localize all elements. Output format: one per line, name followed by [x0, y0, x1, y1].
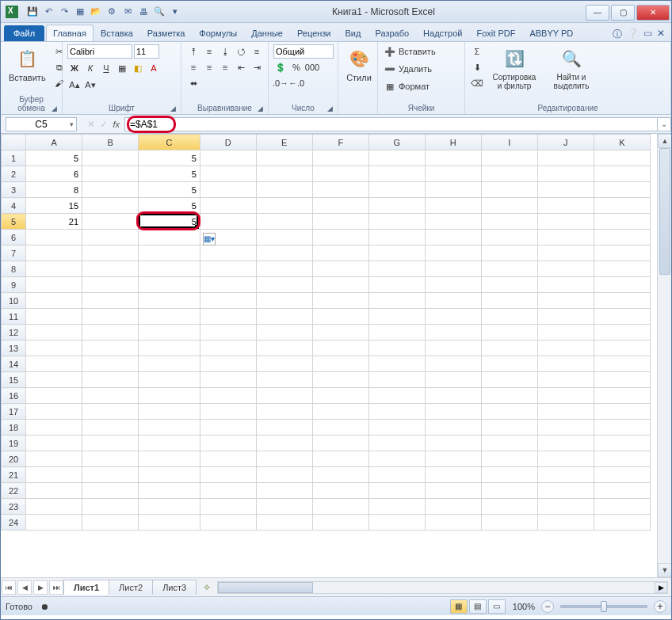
cell-J1[interactable] — [537, 150, 594, 166]
zoom-in-button[interactable]: + — [654, 600, 666, 613]
cell-E17[interactable] — [256, 404, 312, 420]
cell-I9[interactable] — [481, 277, 537, 293]
cell-F7[interactable] — [312, 245, 368, 261]
help-icon[interactable]: ❔ — [627, 28, 639, 41]
formula-input[interactable]: =$A$1 — [124, 117, 657, 131]
row-header-5[interactable]: 5 — [2, 214, 26, 230]
autosum-icon[interactable]: Σ — [470, 44, 484, 59]
align-left-icon[interactable]: ≡ — [186, 60, 200, 74]
row-header-17[interactable]: 17 — [2, 404, 26, 420]
cell-C2[interactable]: 5 — [139, 166, 200, 182]
cell-E7[interactable] — [256, 245, 312, 261]
cell-K8[interactable] — [594, 261, 650, 277]
col-header-F[interactable]: F — [312, 135, 368, 150]
scroll-up-icon[interactable]: ▲ — [658, 134, 671, 148]
cell-E2[interactable] — [256, 166, 312, 182]
cell-F5[interactable] — [312, 214, 368, 230]
spreadsheet-grid[interactable]: ABCDEFGHIJK15526538541555215678910111213… — [1, 134, 671, 577]
cell-B22[interactable] — [82, 483, 139, 499]
bold-button[interactable]: Ж — [67, 61, 82, 75]
cell-I6[interactable] — [481, 230, 537, 245]
row-header-13[interactable]: 13 — [2, 340, 26, 356]
cell-G3[interactable] — [368, 182, 425, 198]
qat-redo-icon[interactable]: ↷ — [58, 6, 71, 18]
align-bottom-icon[interactable]: ⭳ — [218, 44, 232, 59]
cell-C12[interactable] — [139, 325, 200, 340]
tab-данные[interactable]: Данные — [244, 25, 290, 41]
col-header-G[interactable]: G — [368, 135, 425, 150]
cell-K22[interactable] — [594, 483, 650, 499]
cell-A24[interactable] — [26, 515, 82, 531]
qat-print-icon[interactable]: 🖶 — [137, 6, 150, 18]
align-center-icon[interactable]: ≡ — [202, 60, 216, 74]
align-top-icon[interactable]: ⭱ — [186, 44, 200, 59]
cell-I5[interactable] — [481, 214, 537, 230]
sheet-nav-last-icon[interactable]: ⏭ — [49, 580, 63, 595]
row-header-10[interactable]: 10 — [2, 293, 26, 309]
cell-D20[interactable] — [200, 451, 256, 467]
cell-A19[interactable] — [26, 436, 82, 451]
cell-D8[interactable] — [200, 261, 256, 277]
font-color-button[interactable]: A — [147, 61, 161, 75]
decrease-decimal-icon[interactable]: ←.0 — [289, 76, 304, 90]
cell-I16[interactable] — [481, 388, 537, 404]
cell-K19[interactable] — [594, 436, 650, 451]
cell-G5[interactable] — [368, 214, 425, 230]
cell-G12[interactable] — [368, 325, 425, 340]
row-header-18[interactable]: 18 — [2, 420, 26, 436]
row-header-19[interactable]: 19 — [2, 436, 26, 451]
cell-H14[interactable] — [425, 356, 481, 372]
cell-B14[interactable] — [82, 356, 139, 372]
cell-E15[interactable] — [256, 372, 312, 388]
cell-F14[interactable] — [312, 356, 368, 372]
tab-разметка[interactable]: Разметка — [140, 25, 193, 41]
number-format-select[interactable] — [273, 44, 334, 59]
cell-G22[interactable] — [368, 483, 425, 499]
cell-D17[interactable] — [200, 404, 256, 420]
cell-F15[interactable] — [312, 372, 368, 388]
tab-foxit pdf[interactable]: Foxit PDF — [470, 25, 523, 41]
cell-E8[interactable] — [256, 261, 312, 277]
cell-G7[interactable] — [368, 245, 425, 261]
cell-D5[interactable] — [200, 214, 256, 230]
cell-K15[interactable] — [594, 372, 650, 388]
clipboard-launcher-icon[interactable]: ◢ — [52, 105, 57, 112]
cell-I3[interactable] — [481, 182, 537, 198]
cell-G2[interactable] — [368, 166, 425, 182]
cell-A20[interactable] — [26, 451, 82, 467]
cell-I10[interactable] — [481, 293, 537, 309]
col-header-H[interactable]: H — [425, 135, 481, 150]
cell-K1[interactable] — [594, 150, 650, 166]
cell-E21[interactable] — [256, 467, 312, 483]
row-header-24[interactable]: 24 — [2, 515, 26, 531]
cell-I22[interactable] — [481, 483, 537, 499]
cell-K21[interactable] — [594, 467, 650, 483]
tab-рецензи[interactable]: Рецензи — [290, 25, 338, 41]
vertical-scrollbar[interactable]: ▲ ▼ — [657, 134, 671, 577]
cell-B10[interactable] — [82, 293, 139, 309]
cell-D1[interactable] — [200, 150, 256, 166]
new-sheet-icon[interactable]: ✧ — [200, 581, 214, 594]
cell-D24[interactable] — [200, 515, 256, 531]
fill-color-button[interactable]: ◧ — [131, 61, 145, 75]
cell-J24[interactable] — [537, 515, 594, 531]
cell-G19[interactable] — [368, 436, 425, 451]
qat-undo-icon[interactable]: ↶ — [42, 6, 55, 18]
cell-H5[interactable] — [425, 214, 481, 230]
cell-G20[interactable] — [368, 451, 425, 467]
cell-A3[interactable]: 8 — [26, 182, 82, 198]
cell-D4[interactable] — [200, 198, 256, 214]
cell-I17[interactable] — [481, 404, 537, 420]
cell-J2[interactable] — [537, 166, 594, 182]
cell-I21[interactable] — [481, 467, 537, 483]
cell-K16[interactable] — [594, 388, 650, 404]
horizontal-scrollbar[interactable]: ◀ ▶ — [217, 581, 668, 594]
cell-G11[interactable] — [368, 309, 425, 325]
col-header-J[interactable]: J — [537, 135, 594, 150]
sheet-nav-first-icon[interactable]: ⏮ — [2, 580, 16, 595]
cell-F8[interactable] — [312, 261, 368, 277]
cell-J8[interactable] — [537, 261, 594, 277]
cell-I18[interactable] — [481, 420, 537, 436]
cell-F23[interactable] — [312, 499, 368, 515]
row-header-22[interactable]: 22 — [2, 483, 26, 499]
